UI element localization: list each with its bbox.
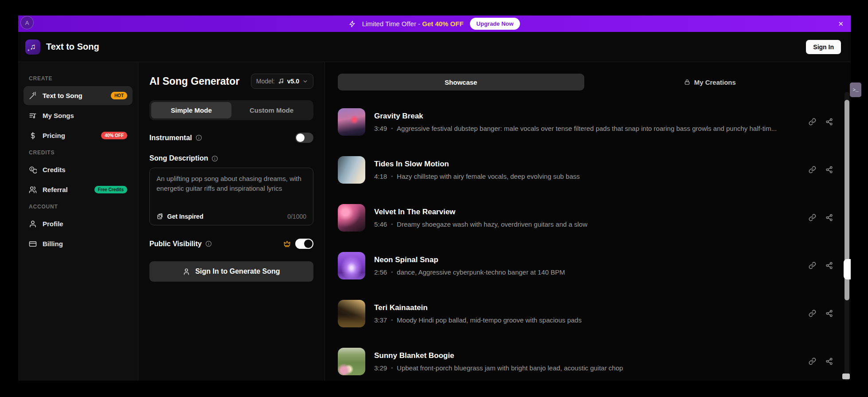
copy-link-icon[interactable] — [809, 358, 816, 365]
sidebar: CREATE Text to Song HOT My Songs P — [18, 62, 138, 381]
sidebar-item-profile[interactable]: Profile — [23, 214, 133, 233]
song-thumbnail[interactable] — [338, 252, 365, 279]
app-header: ♫✦ Text to Song Sign In — [18, 32, 851, 62]
song-row[interactable]: Gravity Break 3:49•Aggressive festival d… — [338, 105, 833, 138]
share-icon[interactable] — [825, 358, 833, 365]
song-duration: 3:49 — [374, 125, 387, 132]
share-icon[interactable] — [825, 214, 833, 221]
sidebar-section-credits: CREDITS — [29, 149, 127, 156]
sidebar-section-create: CREATE — [29, 75, 127, 82]
copy-link-icon[interactable] — [809, 214, 816, 221]
song-description-input[interactable] — [156, 174, 306, 209]
share-icon[interactable] — [825, 262, 833, 269]
music-list-icon — [29, 112, 37, 120]
share-icon[interactable] — [825, 310, 833, 317]
tab-my-creations[interactable]: My Creations — [587, 74, 833, 90]
crown-icon — [283, 240, 291, 248]
song-row[interactable]: Velvet In The Rearview 5:46•Dreamy shoeg… — [338, 201, 833, 234]
sidebar-section-account: ACCOUNT — [29, 204, 127, 210]
upgrade-now-button[interactable]: Upgrade Now — [470, 18, 520, 30]
sidebar-item-credits[interactable]: Credits — [23, 160, 133, 179]
banner-close-icon[interactable]: ✕ — [838, 20, 844, 28]
user-icon — [29, 220, 37, 228]
share-icon[interactable] — [825, 166, 833, 173]
sidebar-item-billing[interactable]: Billing — [23, 234, 133, 253]
song-title: Neon Spinal Snap — [374, 255, 565, 264]
offer-text: Limited Time Offer - Get 40% OFF — [362, 20, 464, 28]
promo-banner: A Limited Time Offer - Get 40% OFF Upgra… — [18, 16, 851, 32]
lightning-icon — [349, 20, 356, 28]
tab-custom-mode[interactable]: Custom Mode — [231, 102, 312, 118]
edge-floating-tab[interactable] — [844, 259, 851, 279]
get-inspired-button[interactable]: Get Inspired — [156, 213, 203, 220]
sidebar-item-pricing[interactable]: Pricing 40% OFF — [23, 126, 133, 145]
instrumental-label: Instrumental — [149, 134, 192, 142]
instrumental-toggle[interactable] — [295, 133, 313, 143]
showcase-tabs: Showcase My Creations — [338, 74, 833, 90]
sidebar-item-label: Credits — [43, 166, 66, 173]
public-visibility-toggle[interactable] — [295, 239, 313, 249]
generator-title: AI Song Generator — [149, 75, 239, 87]
console-toggle-button[interactable]: >_ — [850, 83, 861, 97]
song-thumbnail[interactable] — [338, 348, 365, 375]
copy-link-icon[interactable] — [809, 310, 816, 317]
copy-link-icon[interactable] — [809, 262, 816, 269]
tab-my-creations-label: My Creations — [694, 79, 736, 86]
song-description: Aggressive festival dubstep banger: male… — [397, 125, 777, 132]
sidebar-item-label: Billing — [43, 240, 63, 248]
showcase-panel: Showcase My Creations Gravity Break 3:49… — [325, 62, 851, 381]
coins-icon — [29, 166, 37, 174]
song-title: Sunny Blanket Boogie — [374, 351, 623, 360]
song-title: Tides In Slow Motion — [374, 160, 580, 169]
song-row[interactable]: Neon Spinal Snap 2:56•dance, Aggressive … — [338, 249, 833, 282]
info-icon[interactable] — [195, 134, 202, 141]
discount-badge: 40% OFF — [101, 132, 127, 139]
floating-avatar-badge[interactable]: A — [20, 16, 34, 29]
song-thumbnail[interactable] — [338, 156, 365, 184]
sidebar-item-text-to-song[interactable]: Text to Song HOT — [23, 86, 133, 105]
model-value: v5.0 — [287, 78, 299, 85]
sidebar-item-label: Text to Song — [43, 92, 82, 99]
song-description: Moody Hindi pop ballad, mid-tempo groove… — [397, 316, 582, 324]
sidebar-item-referral[interactable]: Referral Free Credits — [23, 180, 133, 199]
sidebar-item-label: Referral — [43, 186, 68, 193]
song-thumbnail[interactable] — [338, 300, 365, 327]
share-icon[interactable] — [825, 118, 833, 126]
music-note-icon — [278, 78, 284, 84]
info-icon[interactable] — [211, 155, 218, 162]
sidebar-item-label: My Songs — [43, 112, 74, 119]
song-thumbnail[interactable] — [338, 108, 365, 136]
copy-link-icon[interactable] — [809, 118, 816, 126]
hot-badge: HOT — [111, 92, 127, 99]
song-row[interactable]: Tides In Slow Motion 4:18•Hazy chillstep… — [338, 153, 833, 186]
model-label: Model: — [256, 78, 275, 85]
lock-icon — [684, 79, 690, 85]
tab-simple-mode[interactable]: Simple Mode — [151, 102, 231, 118]
generate-song-button[interactable]: Sign In to Generate Song — [149, 261, 313, 282]
info-icon[interactable] — [205, 240, 212, 247]
song-row[interactable]: Sunny Blanket Boogie 3:29•Upbeat front-p… — [338, 345, 833, 378]
song-duration: 4:18 — [374, 173, 387, 180]
model-select[interactable]: Model: v5.0 — [251, 74, 313, 89]
song-duration: 2:56 — [374, 268, 387, 276]
song-description: Upbeat front-porch bluegrass jam with br… — [397, 364, 623, 372]
generator-panel: AI Song Generator Model: v5.0 Simple Mod… — [138, 62, 325, 381]
tab-showcase-label: Showcase — [445, 79, 477, 86]
app-logo-music-icon: ♫✦ — [25, 39, 40, 55]
song-duration: 3:37 — [374, 316, 387, 324]
sign-in-button[interactable]: Sign In — [806, 40, 841, 54]
dollar-icon — [29, 132, 37, 140]
get-inspired-label: Get Inspired — [167, 213, 203, 220]
song-row[interactable]: Teri Kainaatein 3:37•Moody Hindi pop bal… — [338, 297, 833, 330]
sidebar-item-label: Pricing — [43, 132, 65, 139]
scrollbar-corner — [842, 373, 850, 379]
tab-showcase[interactable]: Showcase — [338, 74, 584, 90]
copy-link-icon[interactable] — [809, 166, 816, 173]
song-thumbnail[interactable] — [338, 204, 365, 232]
song-title: Teri Kainaatein — [374, 303, 582, 312]
free-credits-badge: Free Credits — [94, 186, 127, 193]
sidebar-item-my-songs[interactable]: My Songs — [23, 106, 133, 125]
users-icon — [29, 186, 37, 194]
app-window: A Limited Time Offer - Get 40% OFF Upgra… — [18, 16, 851, 381]
song-title: Velvet In The Rearview — [374, 208, 587, 216]
